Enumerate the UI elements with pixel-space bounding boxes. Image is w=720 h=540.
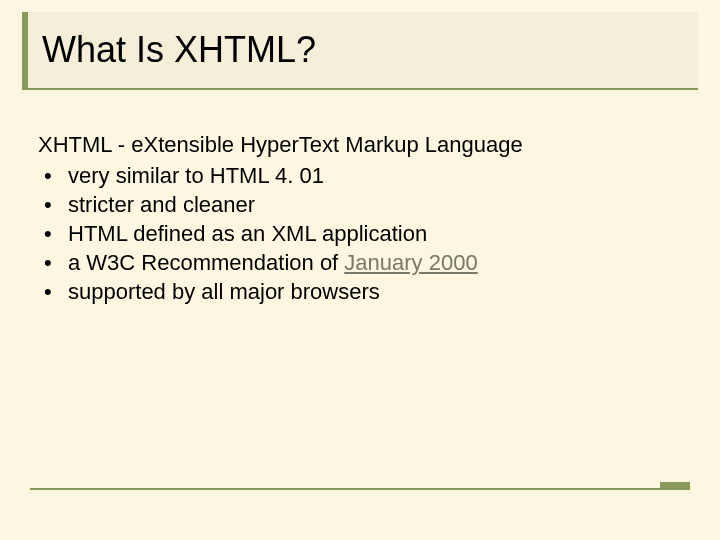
footer-accent xyxy=(660,482,690,488)
bullet-text: stricter and cleaner xyxy=(68,192,255,217)
intro-text: arkup xyxy=(364,132,425,157)
intro-x: X xyxy=(144,132,159,157)
intro-text: anguage xyxy=(437,132,523,157)
intro-text: XHTML - e xyxy=(38,132,144,157)
bullet-text: a W3C Recommendation of xyxy=(68,250,344,275)
bullet-text: HTML defined as an XML application xyxy=(68,221,427,246)
list-item: HTML defined as an XML application xyxy=(38,219,682,248)
slide-body: XHTML - eXtensible HyperText Markup Lang… xyxy=(38,130,682,306)
list-item: very similar to HTML 4. 01 xyxy=(38,161,682,190)
title-block: What Is XHTML? xyxy=(22,12,698,90)
bullet-text: very similar to HTML 4. 01 xyxy=(68,163,324,188)
intro-m: M xyxy=(345,132,363,157)
list-item: stricter and cleaner xyxy=(38,190,682,219)
footer-rule xyxy=(30,488,690,490)
slide-title: What Is XHTML? xyxy=(42,29,316,71)
intro-l: L xyxy=(425,132,437,157)
slide: What Is XHTML? XHTML - eXtensible HyperT… xyxy=(0,0,720,540)
intro-line: XHTML - eXtensible HyperText Markup Lang… xyxy=(38,130,682,159)
intro-text: yper xyxy=(256,132,299,157)
bullet-text: supported by all major browsers xyxy=(68,279,380,304)
date-link[interactable]: January 2000 xyxy=(344,250,477,275)
intro-text: tensible xyxy=(158,132,240,157)
list-item: a W3C Recommendation of January 2000 xyxy=(38,248,682,277)
list-item: supported by all major browsers xyxy=(38,277,682,306)
intro-t: T xyxy=(299,132,310,157)
intro-text: ext xyxy=(310,132,345,157)
intro-h: H xyxy=(240,132,256,157)
bullet-list: very similar to HTML 4. 01 stricter and … xyxy=(38,161,682,306)
